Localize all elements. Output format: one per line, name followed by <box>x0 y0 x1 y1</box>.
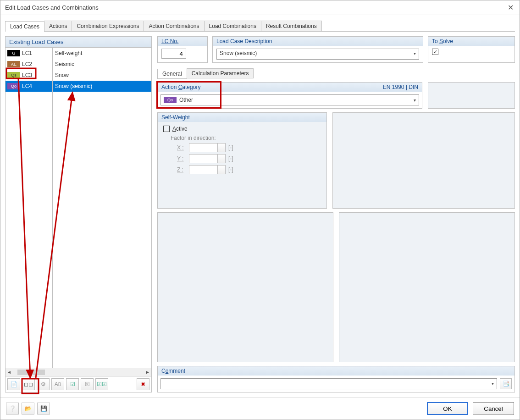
row-desc: Seismic <box>52 61 151 67</box>
comment-group: Comment 📑 <box>157 366 515 392</box>
unit-y: [-] <box>228 155 233 162</box>
main-tabs: Load Cases Actions Combination Expressio… <box>5 21 515 32</box>
open-button[interactable]: 📂 <box>22 403 34 414</box>
list-row-lc1[interactable]: GLC1Self-weight <box>6 48 151 59</box>
tag-qo-icon: Qo <box>7 83 20 89</box>
lc-desc-value: Snow (seismic) <box>220 50 257 56</box>
copy-case-button[interactable]: ◻◻ <box>22 378 35 390</box>
row-desc: Snow (seismic) <box>52 83 151 89</box>
unit-x: [-] <box>228 144 233 151</box>
axis-x-label: X : <box>177 144 186 151</box>
list-row-lc4[interactable]: QoLC4Snow (seismic) <box>6 81 151 92</box>
active-checkbox[interactable] <box>163 126 170 132</box>
window-title: Edit Load Cases and Combinations <box>5 4 99 11</box>
row-id: LC1 <box>22 50 32 56</box>
row-id: LC4 <box>22 83 32 89</box>
action-category-header: Action Category EN 1990 | DIN <box>158 83 422 92</box>
row-tag-cell: AELC2 <box>6 59 52 70</box>
active-label: Active <box>172 126 188 132</box>
check-toggle-3[interactable]: ☑☑ <box>95 378 108 390</box>
right-panel: LC No. Load Case Description Snow (seism… <box>157 36 515 392</box>
subtab-general[interactable]: General <box>157 69 187 79</box>
axis-y-label: Y : <box>177 155 186 162</box>
tool-button-3[interactable]: ⚙ <box>37 378 50 390</box>
tab-combo-expr[interactable]: Combination Expressions <box>72 21 144 31</box>
action-category-select[interactable]: Qo Other <box>160 94 419 105</box>
subtabs: General Calculation Parameters <box>157 68 515 78</box>
row-id: LC3 <box>22 72 32 78</box>
delete-button[interactable]: ✖ <box>137 378 149 390</box>
factor-z-row: Z : ▲▼ [-] <box>177 165 321 174</box>
row-tag-cell: QoLC4 <box>6 81 52 92</box>
row-desc: Self-weight <box>52 50 151 56</box>
bottom-bar: ❔ 📂 💾 OK Cancel <box>0 397 520 420</box>
standard-label: EN 1990 | DIN <box>383 84 418 90</box>
tag-g-icon: G <box>7 50 20 56</box>
list-row-lc2[interactable]: AELC2Seismic <box>6 59 151 70</box>
scroll-thumb[interactable] <box>17 370 45 375</box>
tag-qs-icon: Qs <box>7 72 20 78</box>
check-toggle-2[interactable]: ☒ <box>81 378 94 390</box>
list-row-lc3[interactable]: QsLC3Snow <box>6 70 151 81</box>
help-button[interactable]: ❔ <box>6 403 19 414</box>
new-case-button[interactable]: 📄 <box>7 378 20 390</box>
to-solve-header: To Solve <box>428 37 514 46</box>
factor-y-row: Y : ▲▼ [-] <box>177 154 321 163</box>
cancel-button[interactable]: Cancel <box>473 402 514 415</box>
action-cat-row: Action Category EN 1990 | DIN Qo Other <box>157 82 515 109</box>
tab-action-combo[interactable]: Action Combinations <box>144 21 204 31</box>
row-tag-cell: GLC1 <box>6 48 52 59</box>
comment-header: Comment <box>158 366 514 376</box>
factor-label: Factor in direction: <box>171 135 321 141</box>
factor-z-input[interactable]: ▲▼ <box>189 165 226 174</box>
self-weight-header: Self-Weight <box>158 113 326 122</box>
existing-cases-panel: Existing Load Cases GLC1Self-weightAELC2… <box>5 36 152 392</box>
tab-load-cases[interactable]: Load Cases <box>5 21 44 32</box>
to-solve-group: To Solve ✓ <box>428 36 515 63</box>
close-icon[interactable]: ✕ <box>506 3 515 12</box>
action-cat-side-panel <box>428 82 515 109</box>
blank-panel-1 <box>332 112 515 209</box>
self-weight-group: Self-Weight Active Factor in direction: … <box>157 112 327 209</box>
lc-no-header: LC No. <box>158 37 207 46</box>
ok-button[interactable]: OK <box>427 402 468 415</box>
row-id: LC2 <box>22 61 32 67</box>
row-tag-cell: QsLC3 <box>6 70 52 81</box>
dialog: Edit Load Cases and Combinations ✕ Load … <box>0 0 520 420</box>
content-area: Existing Load Cases GLC1Self-weightAELC2… <box>0 32 520 397</box>
titlebar: Edit Load Cases and Combinations ✕ <box>0 0 520 15</box>
subtab-calc-params[interactable]: Calculation Parameters <box>187 68 254 78</box>
scroll-left-icon[interactable]: ◄ <box>6 370 13 375</box>
row-desc: Snow <box>52 72 151 78</box>
lc-desc-select[interactable]: Snow (seismic) <box>216 49 419 60</box>
factor-y-input[interactable]: ▲▼ <box>189 154 226 163</box>
lc-no-group: LC No. <box>157 36 208 63</box>
hscroll[interactable]: ◄ ► <box>6 368 151 376</box>
comment-library-button[interactable]: 📑 <box>500 378 512 389</box>
tab-actions[interactable]: Actions <box>44 21 72 31</box>
blank-panel-2 <box>157 212 333 362</box>
existing-cases-header: Existing Load Cases <box>6 37 151 48</box>
action-category-value: Other <box>179 97 193 103</box>
action-category-group: Action Category EN 1990 | DIN Qo Other <box>157 82 422 109</box>
mid-row: Self-Weight Active Factor in direction: … <box>157 112 515 209</box>
axis-z-label: Z : <box>177 166 186 173</box>
cases-list[interactable]: GLC1Self-weightAELC2SeismicQsLC3SnowQoLC… <box>6 48 151 368</box>
tab-load-combo[interactable]: Load Combinations <box>204 21 261 31</box>
general-area: Action Category EN 1990 | DIN Qo Other <box>157 82 515 392</box>
to-solve-checkbox[interactable]: ✓ <box>432 49 438 55</box>
lc-no-input[interactable] <box>161 49 186 59</box>
bottom-row <box>157 212 515 362</box>
scroll-right-icon[interactable]: ► <box>144 370 151 375</box>
tab-result-combo[interactable]: Result Combinations <box>261 21 322 31</box>
tag-ae-icon: AE <box>7 61 20 67</box>
factor-x-input[interactable]: ▲▼ <box>189 143 226 152</box>
lc-desc-group: Load Case Description Snow (seismic) <box>212 36 423 63</box>
tag-qo-icon: Qo <box>164 97 177 103</box>
save-button[interactable]: 💾 <box>37 403 50 414</box>
factor-x-row: X : ▲▼ [-] <box>177 143 321 152</box>
top-fields-row: LC No. Load Case Description Snow (seism… <box>157 36 515 63</box>
comment-input[interactable] <box>160 378 497 389</box>
tool-button-4[interactable]: AB <box>51 378 64 390</box>
check-toggle-1[interactable]: ☑ <box>66 378 79 390</box>
